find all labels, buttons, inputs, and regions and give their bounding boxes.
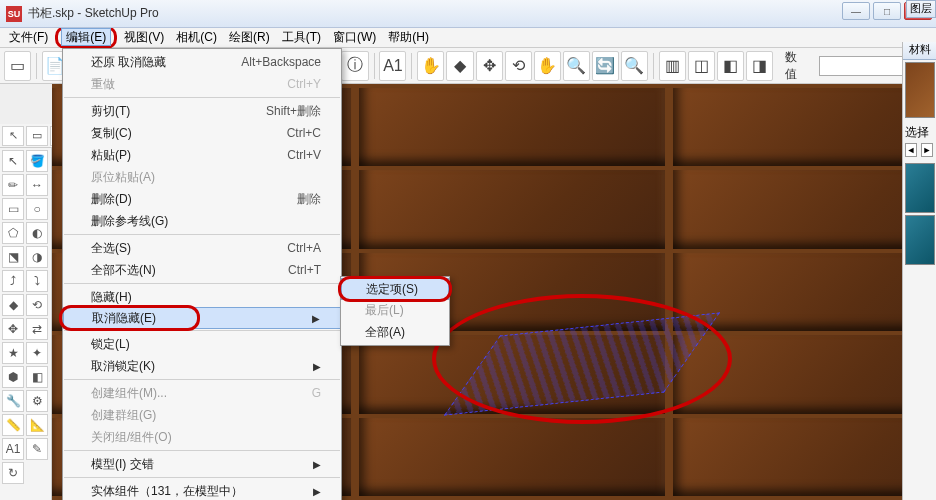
palette-tool-1[interactable]: 🪣: [26, 150, 48, 172]
palette-tool-20[interactable]: 🔧: [2, 390, 24, 412]
palette-tool-6[interactable]: ⬠: [2, 222, 24, 244]
edit-lock[interactable]: 锁定(L): [63, 333, 341, 355]
menu-item-label: 关闭组/组件(O): [91, 429, 172, 446]
edit-delete-guides[interactable]: 删除参考线(G): [63, 210, 341, 232]
zoom-extents[interactable]: 🔍: [621, 51, 648, 81]
edit-delete[interactable]: 删除(D)删除: [63, 188, 341, 210]
palette-tool-9[interactable]: ◑: [26, 246, 48, 268]
unhide-selected[interactable]: 选定项(S): [341, 278, 449, 300]
menu-item-label: 原位粘贴(A): [91, 169, 155, 186]
palette-tool-22[interactable]: 📏: [2, 414, 24, 436]
pan-tool[interactable]: ✋: [534, 51, 561, 81]
palette-tool-21[interactable]: ⚙: [26, 390, 48, 412]
shortcut-label: Ctrl+T: [288, 263, 321, 277]
palette-tool-23[interactable]: 📐: [26, 414, 48, 436]
window-title: 书柜.skp - SketchUp Pro: [28, 5, 159, 22]
edit-make-group: 创建群组(G): [63, 404, 341, 426]
palette-tool-10[interactable]: ⤴: [2, 270, 24, 292]
select-tool[interactable]: ▭: [4, 51, 31, 81]
water-material-swatch-1[interactable]: [905, 163, 935, 213]
edit-unhide[interactable]: 取消隐藏(E)▶: [63, 307, 341, 329]
shortcut-label: G: [312, 386, 321, 400]
maximize-button[interactable]: □: [873, 2, 901, 20]
water-material-swatch-2[interactable]: [905, 215, 935, 265]
menu-camera[interactable]: 相机(C): [171, 27, 222, 48]
rect-small[interactable]: ▭: [26, 126, 48, 146]
menu-item-label: 还原 取消隐藏: [91, 54, 166, 71]
tool-palette: ↖🪣✏↔▭○⬠◐⬔◑⤴⤵◆⟲✥⇄★✦⬢◧🔧⚙📏📐A1✎↻: [0, 148, 52, 500]
material-prev[interactable]: ◄: [905, 143, 917, 157]
shadow-tool[interactable]: ◨: [746, 51, 773, 81]
edit-undo[interactable]: 还原 取消隐藏Alt+Backspace: [63, 51, 341, 73]
material-next[interactable]: ►: [921, 143, 933, 157]
move-tool[interactable]: ✥: [476, 51, 503, 81]
menu-item-label: 删除参考线(G): [91, 213, 168, 230]
palette-tool-26[interactable]: ↻: [2, 462, 24, 484]
palette-tool-13[interactable]: ⟲: [26, 294, 48, 316]
palette-tool-16[interactable]: ★: [2, 342, 24, 364]
palette-tool-8[interactable]: ⬔: [2, 246, 24, 268]
edit-make-component: 创建组件(M)...G: [63, 382, 341, 404]
palette-tool-15[interactable]: ⇄: [26, 318, 48, 340]
palette-tool-24[interactable]: A1: [2, 438, 24, 460]
shortcut-label: Ctrl+Y: [287, 77, 321, 91]
palette-tool-17[interactable]: ✦: [26, 342, 48, 364]
edit-copy[interactable]: 复制(C)Ctrl+C: [63, 122, 341, 144]
edit-close-group: 关闭组/组件(O): [63, 426, 341, 448]
inference-tool[interactable]: ◧: [717, 51, 744, 81]
router-tool[interactable]: ⟲: [505, 51, 532, 81]
model-info[interactable]: ⓘ: [341, 51, 368, 81]
palette-tool-2[interactable]: ✏: [2, 174, 24, 196]
menu-tools[interactable]: 工具(T): [277, 27, 326, 48]
menu-edit[interactable]: 编辑(E): [61, 28, 111, 46]
edit-entity-component[interactable]: 实体组件（131，在模型中）▶: [63, 480, 341, 500]
edit-hide[interactable]: 隐藏(H): [63, 286, 341, 308]
menu-item-label: 隐藏(H): [91, 289, 132, 306]
layers-panel-tab[interactable]: 图层: [906, 0, 936, 18]
menu-item-label: 剪切(T): [91, 103, 130, 120]
edit-paste[interactable]: 粘贴(P)Ctrl+V: [63, 144, 341, 166]
menu-item-label: 取消锁定(K): [91, 358, 155, 375]
unhide-all[interactable]: 全部(A): [341, 321, 449, 343]
menu-draw[interactable]: 绘图(R): [224, 27, 275, 48]
menu-view[interactable]: 视图(V): [119, 27, 169, 48]
unhide-submenu: 选定项(S)最后(L)全部(A): [340, 276, 450, 346]
palette-tool-0[interactable]: ↖: [2, 150, 24, 172]
orbit-tool[interactable]: 🔄: [592, 51, 619, 81]
menu-help[interactable]: 帮助(H): [383, 27, 434, 48]
layer-tool[interactable]: ▥: [659, 51, 686, 81]
zoom-tool[interactable]: 🔍: [563, 51, 590, 81]
text-tool[interactable]: A1: [379, 51, 406, 81]
palette-tool-14[interactable]: ✥: [2, 318, 24, 340]
pushpull-tool[interactable]: ◆: [446, 51, 473, 81]
palette-tool-7[interactable]: ◐: [26, 222, 48, 244]
palette-tool-12[interactable]: ◆: [2, 294, 24, 316]
hand-tool[interactable]: ✋: [417, 51, 444, 81]
edit-unlock[interactable]: 取消锁定(K)▶: [63, 355, 341, 377]
edit-cut[interactable]: 剪切(T)Shift+删除: [63, 100, 341, 122]
palette-tool-11[interactable]: ⤵: [26, 270, 48, 292]
shortcut-label: Ctrl+V: [287, 148, 321, 162]
edit-select-none[interactable]: 全部不选(N)Ctrl+T: [63, 259, 341, 281]
palette-tool-3[interactable]: ↔: [26, 174, 48, 196]
edit-dropdown: 还原 取消隐藏Alt+Backspace重做Ctrl+Y剪切(T)Shift+删…: [62, 48, 342, 500]
palette-tool-4[interactable]: ▭: [2, 198, 24, 220]
palette-tool-25[interactable]: ✎: [26, 438, 48, 460]
shortcut-label: Ctrl+C: [287, 126, 321, 140]
palette-tool-5[interactable]: ○: [26, 198, 48, 220]
menu-window[interactable]: 窗口(W): [328, 27, 381, 48]
palette-tool-19[interactable]: ◧: [26, 366, 48, 388]
section-tool[interactable]: ◫: [688, 51, 715, 81]
edit-intersect[interactable]: 模型(I) 交错▶: [63, 453, 341, 475]
minimize-button[interactable]: —: [842, 2, 870, 20]
select-small[interactable]: ↖: [2, 126, 24, 146]
menu-item-label: 复制(C): [91, 125, 132, 142]
edit-select-all[interactable]: 全选(S)Ctrl+A: [63, 237, 341, 259]
menu-item-label: 全部不选(N): [91, 262, 156, 279]
palette-tool-18[interactable]: ⬢: [2, 366, 24, 388]
materials-panel-title: 材料: [903, 42, 936, 60]
wood-material-swatch[interactable]: [905, 62, 935, 118]
menu-item-label: 取消隐藏(E): [92, 310, 156, 327]
menu-item-label: 粘贴(P): [91, 147, 131, 164]
menu-file[interactable]: 文件(F): [4, 27, 53, 48]
